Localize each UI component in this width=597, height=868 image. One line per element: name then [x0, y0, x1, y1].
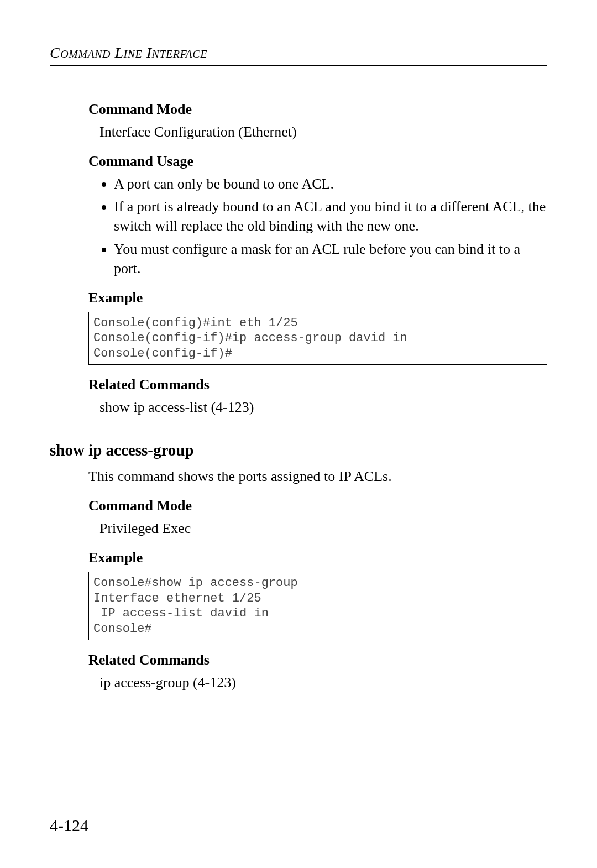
usage-item: A port can only be bound to one ACL.: [114, 174, 547, 194]
related-commands-label-1: Related Commands: [88, 375, 547, 394]
page: Command Line Interface Command Mode Inte…: [0, 0, 597, 868]
usage-item: You must configure a mask for an ACL rul…: [114, 239, 547, 278]
related-commands-text-1: show ip access-list (4-123): [100, 398, 547, 417]
example-code-1: Console(config)#int eth 1/25 Console(con…: [88, 312, 547, 365]
usage-item: If a port is already bound to an ACL and…: [114, 197, 547, 236]
command-mode-text-2: Privileged Exec: [100, 519, 547, 538]
command-description: This command shows the ports assigned to…: [88, 467, 547, 486]
command-usage-label: Command Usage: [88, 151, 547, 171]
command-mode-label-1: Command Mode: [88, 100, 547, 119]
example-label-1: Example: [88, 288, 547, 307]
command-mode-text-1: Interface Configuration (Ethernet): [100, 122, 547, 142]
command-heading-show-ip-access-group: show ip access-group: [50, 440, 547, 461]
command-mode-label-2: Command Mode: [88, 496, 547, 515]
example-label-2: Example: [88, 548, 547, 567]
page-content: Command Mode Interface Configuration (Et…: [88, 100, 547, 692]
usage-list: A port can only be bound to one ACL. If …: [100, 174, 547, 278]
page-number: 4-124: [50, 816, 88, 835]
related-commands-label-2: Related Commands: [88, 650, 547, 670]
related-commands-text-2: ip access-group (4-123): [100, 673, 547, 692]
chapter-header: Command Line Interface: [50, 44, 547, 66]
example-code-2: Console#show ip access-group Interface e…: [88, 572, 547, 640]
